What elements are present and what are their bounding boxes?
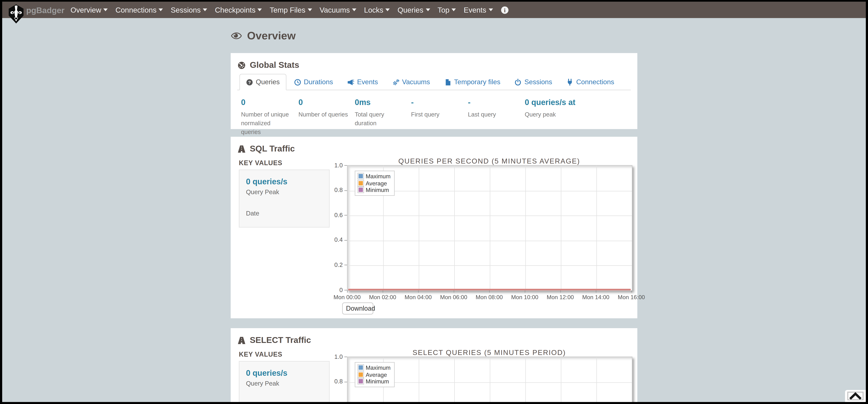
nav-item-label: Vacuums (319, 6, 350, 14)
x-tick-mark (454, 290, 454, 293)
x-tick-label: Mon 12:00 (543, 294, 578, 300)
file-icon (444, 79, 451, 86)
y-tick-mark (344, 215, 347, 216)
pgbadger-badger-logo-icon (8, 4, 25, 24)
tab-label: Temporary files (454, 78, 500, 86)
tab-label: Events (357, 78, 378, 86)
grid-line-v (419, 166, 419, 290)
caret-down-icon (203, 8, 207, 11)
legend-swatch-icon (359, 379, 363, 383)
y-tick-mark (344, 382, 347, 382)
y-tick-mark (344, 290, 347, 290)
y-tick-label: 0.2 (320, 261, 343, 268)
bullhorn-icon (347, 79, 354, 86)
tab-label: Queries (256, 78, 280, 86)
grid-line-h (348, 240, 632, 241)
tab-durations[interactable]: Durations (287, 74, 340, 90)
legend-label: Minimum (366, 187, 389, 193)
x-tick-label: Mon 16:00 (614, 294, 649, 300)
chart-plot-area: MaximumAverageMinimum (347, 356, 632, 402)
gears-icon (392, 79, 399, 86)
tab-queries[interactable]: ?Queries (240, 74, 286, 90)
nav-item-queries[interactable]: Queries (394, 2, 434, 18)
tab-connections[interactable]: Connections (560, 74, 621, 90)
grid-line-v (561, 166, 561, 290)
y-tick-label: 1.0 (320, 162, 343, 168)
y-tick-mark (344, 165, 347, 166)
grid-line-v (561, 357, 561, 402)
x-tick-label: Mon 02:00 (365, 294, 400, 300)
nav-item-locks[interactable]: Locks (360, 2, 394, 18)
tab-events[interactable]: Events (341, 74, 384, 90)
zero-data-line (348, 289, 631, 290)
nav-item-vacuums[interactable]: Vacuums (316, 2, 360, 18)
stat-value: 0 queries/s at (525, 98, 618, 107)
stat-card-total-query-duration: 0msTotal query duration (355, 98, 411, 137)
caret-down-icon (103, 8, 108, 11)
back-to-top-button[interactable] (845, 390, 866, 402)
brand-title: pgBadger (26, 5, 64, 15)
y-tick-label: 0.8 (320, 186, 343, 193)
nav-item-sessions[interactable]: Sessions (167, 2, 211, 18)
main-content: Overview Global Stats ?QueriesDurationsE… (231, 30, 637, 402)
key-values-box: 0 queries/s Query Peak Date (239, 170, 330, 228)
select-traffic-title: SELECT Traffic (250, 335, 311, 345)
top-navbar: pgBadger OverviewConnectionsSessionsChec… (2, 2, 866, 18)
y-tick-label: 0.8 (320, 378, 343, 384)
chart-legend: MaximumAverageMinimum (355, 362, 395, 387)
y-tick-mark (344, 240, 347, 240)
grid-line-v (454, 166, 455, 290)
nav-item-checkpoints[interactable]: Checkpoints (211, 2, 266, 18)
nav-item-label: Events (464, 6, 486, 14)
nav-item-temp-files[interactable]: Temp Files (266, 2, 316, 18)
plug-icon (566, 79, 574, 86)
legend-label: Maximum (366, 365, 391, 371)
chart-legend: MaximumAverageMinimum (355, 171, 395, 196)
query-peak-label: Query Peak (246, 380, 322, 387)
y-tick-label: 0.6 (320, 211, 343, 218)
legend-label: Minimum (366, 378, 389, 385)
tab-temporary-files[interactable]: Temporary files (438, 74, 507, 90)
x-tick-label: Mon 04:00 (401, 294, 436, 300)
download-button[interactable]: Download (342, 302, 373, 315)
global-stats-tabs: ?QueriesDurationsEventsVacuumsTemporary … (237, 74, 631, 90)
caret-down-icon (352, 8, 356, 11)
back-to-top-frame (847, 392, 864, 400)
nav-item-events[interactable]: Events (460, 2, 497, 18)
caret-down-icon (452, 8, 456, 11)
nav-item-label: Locks (364, 6, 383, 14)
y-tick-label: 0.4 (320, 236, 343, 243)
nav-item-top[interactable]: Top (434, 2, 460, 18)
caret-down-icon (308, 8, 312, 11)
nav-item-label: Queries (398, 6, 424, 14)
stat-value: - (411, 98, 468, 107)
nav-item-label: Top (438, 6, 450, 14)
legend-item-minimum: Minimum (358, 378, 391, 385)
date-label: Date (246, 210, 322, 217)
x-tick-mark (347, 290, 348, 293)
road-icon (237, 336, 246, 344)
tab-sessions[interactable]: Sessions (508, 74, 559, 90)
tab-label: Sessions (524, 78, 552, 86)
nav-info-button[interactable]: i (497, 6, 513, 14)
x-tick-label: Mon 08:00 (472, 294, 507, 300)
tab-vacuums[interactable]: Vacuums (386, 74, 437, 90)
x-tick-label: Mon 14:00 (578, 294, 613, 300)
stat-label: Last query (468, 111, 518, 119)
stat-value: 0 (299, 98, 355, 107)
query-peak-label: Query Peak (246, 189, 322, 195)
grid-line-v (490, 357, 490, 402)
legend-label: Average (366, 371, 387, 378)
nav-item-overview[interactable]: Overview (67, 2, 112, 18)
key-values-heading: KEY VALUES (239, 159, 330, 167)
clock-icon (294, 79, 301, 86)
nav-item-connections[interactable]: Connections (112, 2, 167, 18)
global-stats-heading: Global Stats (231, 53, 637, 70)
grid-line-v (525, 166, 526, 290)
x-tick-label: Mon 06:00 (436, 294, 471, 300)
stat-value: - (468, 98, 525, 107)
road-icon (237, 145, 246, 153)
svg-text:i: i (504, 7, 505, 13)
nav-item-label: Connections (116, 6, 156, 14)
grid-line-v (525, 357, 526, 402)
